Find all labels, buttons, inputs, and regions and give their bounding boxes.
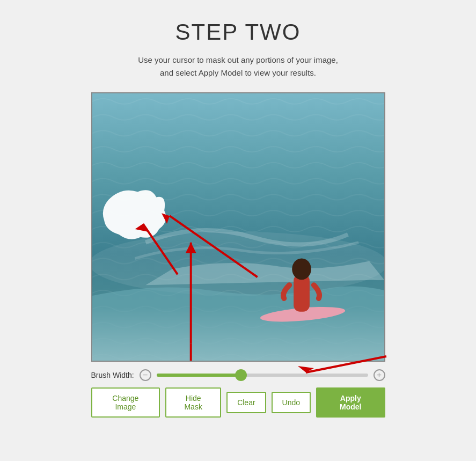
canvas-background (92, 93, 384, 361)
clear-button[interactable]: Clear (226, 392, 266, 413)
apply-model-button[interactable]: Apply Model (316, 387, 385, 418)
undo-button[interactable]: Undo (272, 392, 311, 413)
svg-line-13 (306, 356, 386, 372)
page-subtitle: Use your cursor to mask out any portions… (138, 54, 338, 79)
brush-slider-track[interactable] (157, 374, 368, 377)
change-image-button[interactable]: Change Image (91, 387, 160, 418)
action-buttons-row: Change Image Hide Mask Clear Undo Apply … (91, 387, 385, 418)
brush-slider-thumb[interactable] (235, 369, 247, 381)
brush-width-label: Brush Width: (91, 371, 134, 379)
controls-area: Brush Width: − + Change Image Hide Mask … (91, 369, 385, 418)
page-title: STEP TWO (175, 19, 301, 45)
svg-point-5 (292, 259, 311, 280)
ocean-scene (92, 93, 384, 361)
svg-rect-4 (294, 274, 310, 311)
brush-slider-fill (157, 374, 241, 377)
hide-mask-button[interactable]: Hide Mask (165, 387, 221, 418)
brush-decrease-button[interactable]: − (140, 369, 151, 381)
image-canvas[interactable] (91, 92, 385, 362)
